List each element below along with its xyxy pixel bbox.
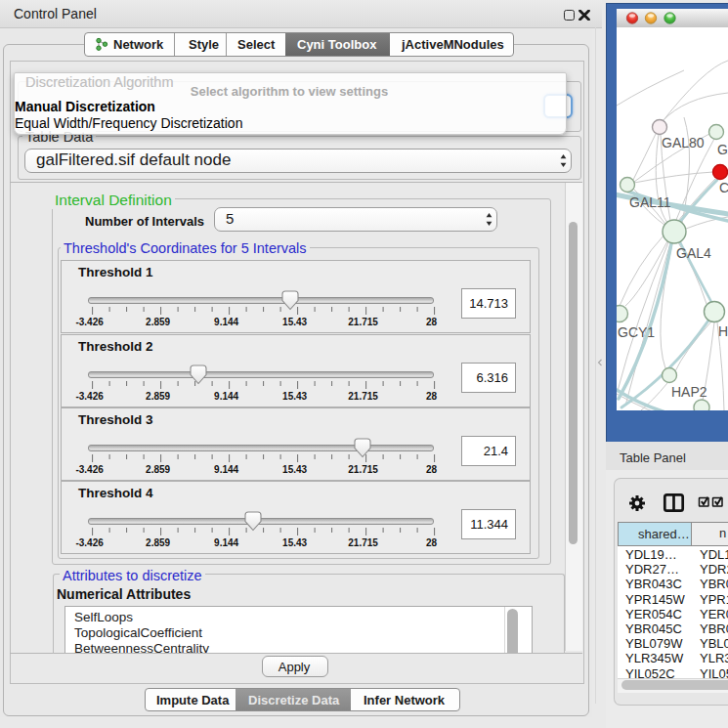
svg-text:GCY1: GCY1 <box>618 324 655 340</box>
svg-text:GA: GA <box>717 142 728 157</box>
svg-text:H: H <box>718 323 728 339</box>
svg-text:HAP2: HAP2 <box>671 384 707 400</box>
svg-text:GAL80: GAL80 <box>662 135 705 150</box>
svg-text:GAL11: GAL11 <box>629 194 671 210</box>
svg-text:C: C <box>719 180 728 195</box>
svg-text:GAL4: GAL4 <box>676 245 711 261</box>
